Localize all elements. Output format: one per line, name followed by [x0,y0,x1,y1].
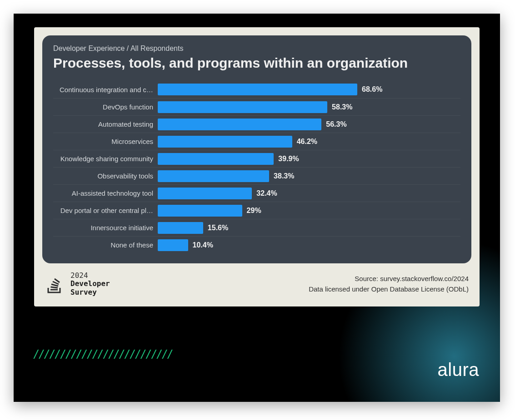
bar-category-label: Knowledge sharing community [53,155,158,163]
bar-category-label: AI-assisted technology tool [53,189,158,197]
chart-title: Processes, tools, and programs within an… [53,55,460,71]
svg-line-4 [55,279,60,282]
bar-category-label: Microservices [53,138,158,145]
bar-track: 68.6% [158,84,460,95]
footer-license: Data licensed under Open Database Licens… [309,284,469,295]
bar-row: DevOps function58.3% [53,98,460,115]
bar-value-label: 39.9% [278,155,299,163]
bar-fill [158,101,327,113]
bar-track: 10.4% [158,239,460,251]
bar-value-label: 58.3% [332,103,352,111]
panel-footer: 2024 Developer Survey Source: survey.sta… [34,263,480,306]
bar-track: 58.3% [158,101,460,113]
bar-row: Microservices46.2% [53,133,460,150]
bar-value-label: 15.6% [208,224,228,232]
bar-fill [158,84,357,95]
chart-card: Developer Experience / All Respondents P… [42,35,471,263]
bar-fill [158,188,252,199]
bar-category-label: Dev portal or other central pl… [53,207,158,214]
bar-row: Dev portal or other central pl…29% [53,202,460,219]
bar-row: Knowledge sharing community39.9% [53,150,460,167]
bar-rows: Continuous integration and c…68.6%DevOps… [53,81,460,253]
bar-fill [158,119,321,130]
bar-track: 56.3% [158,119,460,130]
slash-decoration: ////////////////////////// [34,347,173,362]
bar-fill [158,170,269,182]
bar-value-label: 68.6% [362,85,382,94]
bar-category-label: DevOps function [53,103,158,111]
bar-track: 32.4% [158,188,460,199]
bar-category-label: Observability tools [53,172,158,180]
bar-row: AI-assisted technology tool32.4% [53,184,460,202]
footer-left-text: 2024 Developer Survey [70,272,110,296]
bar-track: 29% [158,205,460,217]
bar-value-label: 10.4% [193,241,213,249]
bar-value-label: 56.3% [326,120,346,128]
bar-category-label: Innersource initiative [53,224,158,232]
footer-line2: Survey [70,288,110,296]
bar-value-label: 32.4% [256,189,277,198]
bar-fill [158,239,188,251]
brand-logo: alura [438,360,479,380]
footer-right: Source: survey.stackoverflow.co/2024 Dat… [309,274,469,294]
bar-row: Automated testing56.3% [53,115,460,133]
bar-track: 38.3% [158,170,460,182]
footer-left: 2024 Developer Survey [45,272,110,296]
bar-category-label: Automated testing [53,120,158,128]
chart-panel: Developer Experience / All Respondents P… [34,27,480,306]
bar-row: Continuous integration and c…68.6% [53,81,460,98]
svg-line-1 [51,287,58,288]
outer-frame: Developer Experience / All Respondents P… [14,14,500,402]
bar-track: 15.6% [158,222,460,234]
bar-track: 39.9% [158,153,460,165]
bar-row: None of these10.4% [53,236,460,253]
bar-track: 46.2% [158,136,460,148]
svg-line-2 [51,284,58,286]
bar-row: Innersource initiative15.6% [53,219,460,236]
bar-value-label: 38.3% [274,172,294,180]
bar-category-label: None of these [53,241,158,249]
footer-source: Source: survey.stackoverflow.co/2024 [309,274,469,284]
bar-fill [158,205,242,217]
bar-row: Observability tools38.3% [53,167,460,184]
bar-value-label: 46.2% [297,138,317,146]
bar-category-label: Continuous integration and c… [53,86,158,94]
stackoverflow-icon [45,274,65,294]
bar-fill [158,222,203,234]
breadcrumb: Developer Experience / All Respondents [53,44,460,53]
footer-year: 2024 [70,272,110,280]
bar-value-label: 29% [247,207,261,215]
bar-fill [158,153,274,165]
footer-line1: Developer [70,280,110,288]
bar-fill [158,136,292,148]
